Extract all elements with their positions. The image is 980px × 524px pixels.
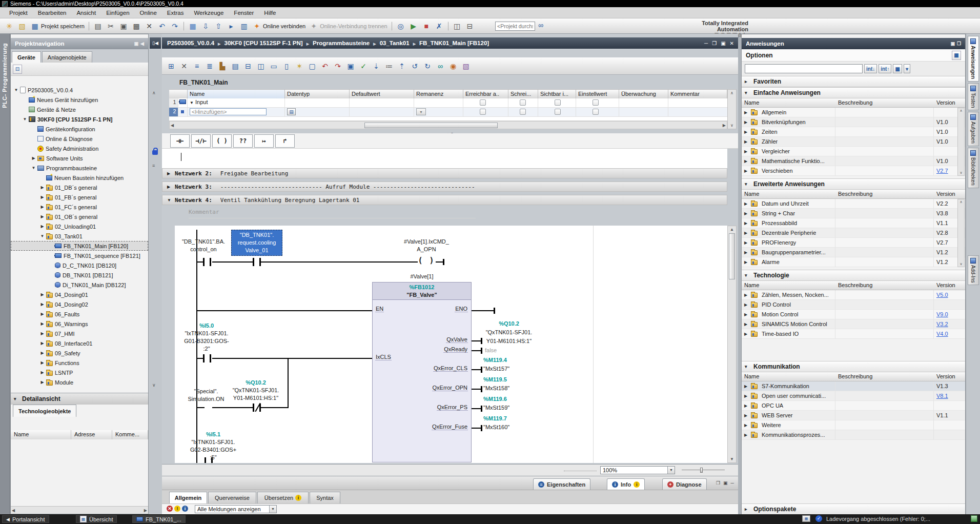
toolbar-button[interactable]: ▣ [117, 21, 130, 31]
instruction-group-row[interactable]: ▶ Baugruppenparametrier... V1.2 [742, 248, 965, 257]
float-icon[interactable]: ❐ [712, 41, 717, 46]
pin-panel-icon[interactable]: ▣ [134, 41, 139, 46]
tab-uebersetzen[interactable]: Übersetzeni [257, 492, 309, 504]
tree-expander-icon[interactable]: ▼ [13, 88, 19, 92]
coil-cmd-a-opn[interactable]: ( ) [416, 256, 437, 265]
col-kommentar[interactable]: Kommentar [668, 89, 727, 98]
tree-expander-icon[interactable]: ▶ [30, 156, 37, 160]
checkbox-sichtbar[interactable] [555, 109, 561, 115]
toolbar-button[interactable] [183, 22, 185, 31]
pin-panel-icon[interactable]: ▣ [950, 41, 955, 46]
tab-syntax[interactable]: Syntax [310, 492, 340, 504]
toolbar-button[interactable]: ✦ Online-Verbindung trennen [308, 21, 389, 31]
task-card-tab[interactable]: Anweisungen [968, 36, 979, 82]
zoom-select[interactable]: 100%▼ [600, 466, 675, 474]
info-filter-icon[interactable]: i [182, 506, 188, 512]
breadcrumb-item[interactable]: 30KF0 [CPU 1512SP F-1 PN] [214, 40, 303, 46]
section-kommunikation[interactable]: ▾Kommunikation [742, 361, 965, 372]
pin-eno[interactable]: ENO [390, 306, 468, 312]
pin-qxerror-cls[interactable]: QxError_CLS [390, 365, 468, 371]
info-button[interactable]: iInfoi [607, 478, 645, 490]
menu-item[interactable]: Projekt [4, 9, 33, 17]
network-header[interactable]: ▶ Netzwerk 3: --------------------------… [162, 182, 727, 192]
contact-control-on[interactable] [203, 258, 211, 266]
instruction-group-row[interactable]: ▶ Zähler V1.0 [742, 137, 965, 147]
menu-item[interactable]: Einfügen [101, 9, 134, 17]
row-expander-icon[interactable]: ▶ [744, 250, 750, 255]
tree-expander-icon[interactable]: ▶ [39, 185, 46, 190]
instruction-group-row[interactable]: ▶ Bitverknüpfungen V1.0 [742, 117, 965, 127]
tree-expander-icon[interactable]: ▼ [39, 234, 46, 238]
row-expander-icon[interactable]: ▶ [744, 303, 750, 307]
sort-tree-icon[interactable]: ⊟ [13, 65, 22, 74]
col-remanenz[interactable]: Remanenz [414, 89, 463, 98]
editor-toolbar-button[interactable]: ≡ [191, 61, 203, 71]
toolbar-button[interactable]: ⇧ [212, 21, 224, 31]
interface-row-add[interactable]: 2<Hinzufügen>▤▼ [169, 108, 727, 117]
tree-item[interactable]: Geräte & Netze [11, 105, 148, 114]
tree-item[interactable]: ▶ Software Units [11, 153, 148, 163]
zoom-slider[interactable] [682, 470, 725, 470]
toolbar-button[interactable]: ▩ [130, 21, 142, 31]
pin-qxerror-ps[interactable]: QxError_PS [390, 404, 468, 410]
splitter-handle-icon[interactable]: ≡ [152, 163, 155, 168]
toolbar-button[interactable]: ◎ [395, 21, 407, 31]
tree-expander-icon[interactable]: ▶ [39, 312, 46, 316]
editor-toolbar-button[interactable]: ◉ [447, 61, 459, 71]
editor-toolbar-button[interactable]: ◫ [255, 61, 267, 71]
instruction-group-row[interactable]: ▶ PID Control [742, 300, 965, 310]
operand-label[interactable]: %M119.7"MxSt160" [483, 414, 509, 432]
scroll-down-icon[interactable]: ∨ [152, 382, 156, 388]
tree-item[interactable]: ▶ 06_Warnings [11, 319, 148, 329]
menu-item[interactable]: Werkzeuge [189, 9, 229, 17]
tree-item[interactable]: ▼ 03_Tank01 [11, 231, 148, 241]
row-expander-icon[interactable]: ▶ [744, 433, 750, 437]
zoom-dropdown-icon[interactable]: ▼ [667, 467, 675, 474]
row-expander-icon[interactable]: ▶ [744, 201, 750, 206]
tree-expander-icon[interactable]: ▶ [39, 321, 46, 326]
task-card-tab[interactable]: Testen [968, 83, 979, 110]
instruction-search-button[interactable]: ▾ [904, 64, 910, 73]
collapse-nav-icon[interactable]: ▯◀ [150, 37, 161, 49]
breadcrumb-item[interactable]: Programmbausteine [303, 40, 370, 46]
row-expander-icon[interactable]: ▶ [744, 130, 750, 134]
tree-expander-icon[interactable]: ▶ [39, 205, 46, 209]
instruction-search-input[interactable] [745, 64, 863, 73]
expand-icon[interactable]: ▣ [723, 480, 728, 486]
contact-i5-0[interactable] [203, 354, 211, 362]
row-expander-icon[interactable]: ▶ [744, 322, 750, 327]
tree-expander-icon[interactable]: ▶ [39, 351, 46, 355]
open-editor-button[interactable]: FB_TNK01_... [132, 515, 186, 523]
network-expander-icon[interactable]: ▼ [162, 198, 175, 203]
portal-view-button[interactable]: ◀Portalansicht [2, 515, 49, 523]
remanenz-dropdown[interactable]: ▼ [416, 108, 426, 115]
menu-item[interactable]: Fenster [229, 9, 259, 17]
tree-expander-icon[interactable]: ▶ [39, 302, 46, 307]
editor-toolbar-button[interactable]: ▙ [216, 61, 229, 71]
pin-en[interactable]: EN [375, 306, 384, 312]
checkbox-schreibbar[interactable] [520, 99, 526, 106]
row-expander-icon[interactable]: ▶ [744, 394, 750, 398]
instance-label[interactable]: #Valve[1] [391, 273, 453, 280]
toolbar-button[interactable]: ▦ [187, 21, 199, 31]
tree-expander-icon[interactable]: ▶ [39, 341, 46, 346]
tree-item[interactable]: ▶ Module [11, 377, 148, 387]
instruction-group-row[interactable]: ▶ Allgemein [742, 108, 965, 117]
instruction-search-button[interactable]: ▦ [893, 64, 902, 73]
status-message[interactable]: Ladevorgang abgeschlossen (Fehler: 0;... [826, 516, 970, 522]
tree-item[interactable]: ▶ 08_Interface01 [11, 338, 148, 348]
network-comment-placeholder[interactable]: Kommentar [189, 209, 219, 215]
row-expander-icon[interactable]: ▶ [744, 312, 750, 317]
row-expander-icon[interactable]: ▶ [744, 120, 750, 125]
toolbar-button[interactable]: ▸ [225, 21, 237, 31]
toolbar-button[interactable]: ⇩ [199, 21, 212, 31]
interface-vertical-scrollbar[interactable]: ∧∨ [727, 89, 737, 129]
editor-toolbar-button[interactable]: ⇣ [370, 61, 382, 71]
editor-toolbar-button[interactable]: ⊟ [242, 61, 254, 71]
task-card-tab[interactable]: Bibliotheken [968, 148, 979, 188]
tree-item[interactable]: ▶ LSNTP [11, 368, 148, 377]
tree-expander-icon[interactable]: ▼ [30, 166, 37, 170]
ladder-tool-button[interactable]: ( ) [212, 134, 232, 148]
toolbar-button[interactable]: ✗ [433, 21, 445, 31]
editor-toolbar-button[interactable]: ≣ [203, 61, 216, 71]
